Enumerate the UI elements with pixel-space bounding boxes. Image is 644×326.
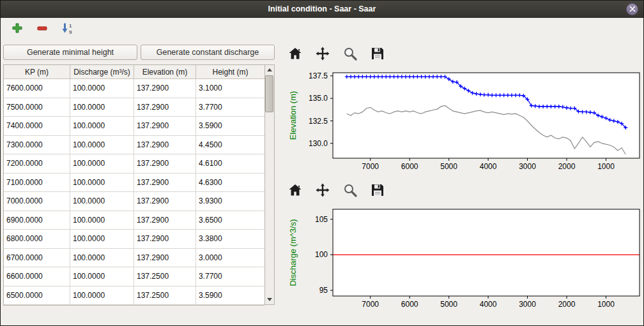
table-cell[interactable]: 100.0000 [70,286,134,305]
table-cell[interactable]: 3.5900 [196,117,264,135]
scroll-up-button[interactable] [265,65,274,75]
table-row[interactable]: 7000.0000100.0000137.29003.9300 [4,192,264,211]
column-header-height[interactable]: Height (m) [196,65,264,78]
table-cell[interactable]: 137.2900 [134,154,196,173]
table-cell[interactable]: 100.0000 [70,98,134,117]
table-cell[interactable]: 137.2900 [134,79,196,98]
column-header-elevation[interactable]: Elevation (m) [134,65,196,78]
svg-text:4000: 4000 [480,300,497,309]
table-cell[interactable]: 7600.0000 [4,79,70,98]
scroll-down-button[interactable] [265,295,274,304]
table-row[interactable]: 7300.0000100.0000137.29004.4500 [4,136,264,155]
home-button[interactable] [287,46,303,63]
table-cell[interactable]: 7000.0000 [4,192,70,211]
table-cell[interactable]: 4.6300 [196,174,264,192]
table-cell[interactable]: 3.6500 [196,211,264,230]
table-cell[interactable]: 137.2900 [134,117,196,135]
table-row[interactable]: 6900.0000100.0000137.29003.6500 [4,211,264,230]
zoom-button[interactable] [342,46,358,63]
table-cell[interactable]: 6500.0000 [4,286,70,305]
table-row[interactable]: 6800.0000100.0000137.29003.3800 [4,230,264,249]
table-cell[interactable]: 7500.0000 [4,98,70,117]
table-cell[interactable]: 7100.0000 [4,174,70,192]
table-cell[interactable]: 100.0000 [70,211,134,230]
remove-icon [36,22,48,36]
table-cell[interactable]: 137.2900 [134,174,196,192]
table-cell[interactable]: 3.3800 [196,230,264,248]
pan-button[interactable] [314,182,331,199]
table-row[interactable]: 7400.0000100.0000137.29003.5900 [4,117,264,136]
table-cell[interactable]: 137.2900 [134,136,196,154]
scrollbar-track[interactable] [265,75,274,295]
add-row-button[interactable] [10,21,25,36]
save-button[interactable] [369,46,386,63]
table-cell[interactable]: 4.4500 [196,136,264,154]
table-cell[interactable]: 100.0000 [70,154,134,173]
table-cell[interactable]: 3.1000 [196,79,264,98]
table-cell[interactable]: 137.2900 [134,211,196,230]
close-button[interactable] [626,3,638,15]
table-cell[interactable]: 6900.0000 [4,211,70,230]
table-row[interactable]: 7500.0000100.0000137.29003.7700 [4,98,264,117]
column-header-discharge[interactable]: Discharge (m³/s) [70,65,134,78]
table-cell[interactable]: 3.0000 [196,249,264,267]
table-cell[interactable]: 100.0000 [70,79,134,98]
table-cell[interactable]: 100.0000 [70,230,134,248]
table-cell[interactable]: 6600.0000 [4,267,70,286]
table-cell[interactable]: 6800.0000 [4,230,70,248]
table-row[interactable]: 7200.0000100.0000137.29004.6100 [4,154,264,174]
home-button[interactable] [287,182,303,199]
save-button[interactable] [369,182,386,199]
svg-text:Elevation (m): Elevation (m) [288,91,298,140]
save-icon [370,182,385,200]
table-cell[interactable]: 137.2900 [134,98,196,117]
table-cell[interactable]: 100.0000 [70,192,134,211]
table-row[interactable]: 6600.0000100.0000137.25003.7700 [4,267,264,286]
scrollbar-thumb[interactable] [265,75,273,112]
table-cell[interactable]: 7200.0000 [4,154,70,173]
svg-text:132.5: 132.5 [309,117,328,126]
table-panel: Generate minimal height Generate constan… [1,40,278,326]
table-cell[interactable]: 100.0000 [70,174,134,192]
table-cell[interactable]: 137.2900 [134,230,196,248]
svg-text:1000: 1000 [597,162,615,171]
svg-text:1: 1 [69,22,72,28]
table-cell[interactable]: 7400.0000 [4,117,70,135]
title-bar[interactable]: Initial condition - Saar - Saar [1,1,643,18]
table-cell[interactable]: 7300.0000 [4,136,70,154]
table-cell[interactable]: 3.5900 [196,286,264,305]
table-cell[interactable]: 4.6100 [196,154,264,173]
table-cell[interactable]: 137.2900 [134,249,196,267]
table-cell[interactable]: 3.9300 [196,192,264,211]
table-cell[interactable]: 6700.0000 [4,249,70,267]
discharge-chart[interactable]: 700060005000400030002000100095100105Disc… [284,203,643,313]
column-header-kp[interactable]: KP (m) [4,65,70,78]
table-row[interactable]: 6500.0000100.0000137.25003.5900 [4,286,264,306]
table-cell[interactable]: 100.0000 [70,267,134,286]
table-cell[interactable]: 137.2500 [134,286,196,305]
svg-text:7000: 7000 [362,300,379,309]
table-cell[interactable]: 3.7700 [196,98,264,117]
table-scrollbar[interactable] [264,64,275,305]
svg-text:3000: 3000 [519,162,536,171]
row-edit-toolbar: 1 9 [1,18,643,40]
home-icon [288,46,303,63]
table-cell[interactable]: 100.0000 [70,117,134,135]
table-cell[interactable]: 100.0000 [70,249,134,267]
pan-button[interactable] [314,46,331,63]
table-row[interactable]: 7600.0000100.0000137.29003.1000 [4,79,264,98]
table-row[interactable]: 6700.0000100.0000137.29003.0000 [4,249,264,268]
table-row[interactable]: 7100.0000100.0000137.29004.6300 [4,174,264,193]
table-cell[interactable]: 3.7700 [196,267,264,286]
svg-text:6000: 6000 [401,300,418,309]
generate-constant-discharge-button[interactable]: Generate constant discharge [141,45,275,60]
remove-row-button[interactable] [34,21,50,36]
table-cell[interactable]: 137.2900 [134,192,196,211]
table-cell[interactable]: 100.0000 [70,136,134,154]
generate-minimal-height-button[interactable]: Generate minimal height [3,45,137,60]
sort-rows-button[interactable]: 1 9 [59,21,75,36]
elevation-chart[interactable]: 7000600050004000300020001000130.0132.513… [284,66,643,175]
zoom-button[interactable] [342,182,358,199]
svg-text:4000: 4000 [480,162,497,171]
table-cell[interactable]: 137.2500 [134,267,196,286]
